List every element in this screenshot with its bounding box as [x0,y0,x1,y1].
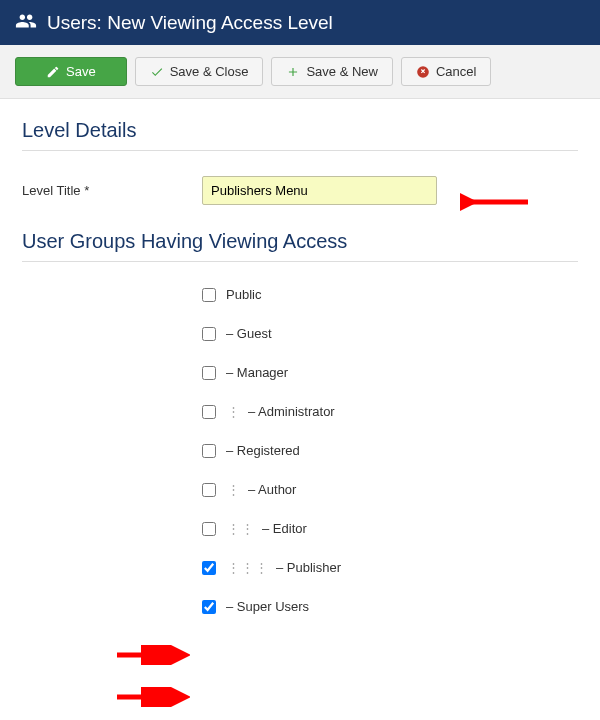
details-heading: Level Details [22,119,578,151]
cancel-button[interactable]: Cancel [401,57,491,86]
group-item: – Registered [202,443,578,458]
annotation-arrow-publisher [115,645,190,658]
indent-marker: ⋮ [254,560,268,575]
cancel-icon [416,65,430,79]
toolbar: Save Save & Close Save & New Cancel [0,45,600,99]
annotation-arrow-title [460,190,530,214]
group-label: – Publisher [276,560,341,575]
save-label: Save [66,64,96,79]
content: Level Details Level Title * User Groups … [0,99,600,658]
check-icon [150,65,164,79]
page-header: Users: New Viewing Access Level [0,0,600,45]
apply-icon [46,65,60,79]
groups-heading: User Groups Having Viewing Access [22,230,578,262]
group-checkbox[interactable] [202,288,216,302]
group-item: Public [202,287,578,302]
group-label: – Editor [262,521,307,536]
group-item: – Manager [202,365,578,380]
page-title: Users: New Viewing Access Level [47,12,333,34]
group-checkbox[interactable] [202,522,216,536]
save-button[interactable]: Save [15,57,127,86]
level-title-input[interactable] [202,176,437,205]
group-checkbox[interactable] [202,444,216,458]
indent-marker: ⋮ [226,482,240,497]
group-checkbox[interactable] [202,405,216,419]
group-label: – Manager [226,365,288,380]
group-label: – Administrator [248,404,335,419]
save-new-label: Save & New [306,64,378,79]
indent-marker: ⋮ [226,404,240,419]
group-checkbox[interactable] [202,327,216,341]
group-checkbox[interactable] [202,483,216,497]
group-item: ⋮– Administrator [202,404,578,419]
group-label: – Super Users [226,599,309,614]
group-checkbox[interactable] [202,561,216,575]
save-new-button[interactable]: Save & New [271,57,393,86]
save-close-button[interactable]: Save & Close [135,57,264,86]
level-title-label: Level Title * [22,183,202,198]
indent-marker: ⋮ [226,560,240,575]
group-item: ⋮⋮⋮– Publisher [202,560,578,575]
save-close-label: Save & Close [170,64,249,79]
group-checkbox[interactable] [202,366,216,380]
cancel-label: Cancel [436,64,476,79]
group-item: – Super Users [202,599,578,614]
group-checkbox[interactable] [202,600,216,614]
group-label: – Registered [226,443,300,458]
users-icon [15,10,37,35]
group-label: – Guest [226,326,272,341]
groups-list: Public– Guest– Manager⋮– Administrator– … [202,287,578,614]
group-item: ⋮– Author [202,482,578,497]
indent-marker: ⋮ [240,560,254,575]
group-item: – Guest [202,326,578,341]
group-item: ⋮⋮– Editor [202,521,578,536]
indent-marker: ⋮ [226,521,240,536]
plus-icon [286,65,300,79]
group-label: – Author [248,482,296,497]
indent-marker: ⋮ [240,521,254,536]
group-label: Public [226,287,261,302]
